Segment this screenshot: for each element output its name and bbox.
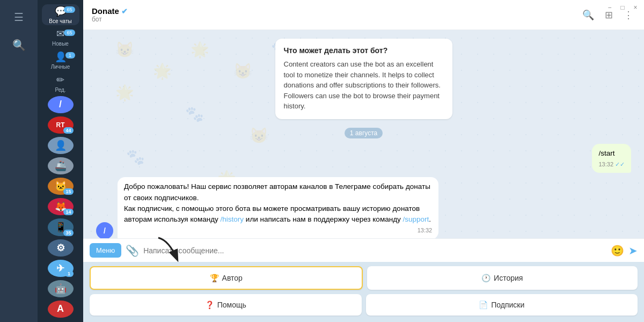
- send-button[interactable]: ➤: [628, 244, 638, 257]
- search-chat-button[interactable]: 🔍: [580, 7, 596, 23]
- keyboard-row-2: ❓ Помощь 📄 Подписки: [90, 294, 638, 316]
- personal-icon: 👤: [55, 51, 67, 63]
- img7-letter: 🤖: [55, 283, 67, 295]
- attach-button[interactable]: 📎: [126, 244, 139, 257]
- avatar-list: / RT 44 👤 🚢 🐱 15 🦊 14 📱 35: [38, 96, 83, 318]
- bot-info-text: Content creators can use the bot as an e…: [284, 59, 444, 112]
- rt-badge: 44: [63, 127, 73, 134]
- img6-letter: ⚙: [56, 242, 65, 254]
- chat-header-info: Donate ✔ бот: [92, 6, 580, 23]
- incoming-bubble: Добро пожаловать! Наш сервис позволяет а…: [118, 177, 438, 238]
- avatar-telegram[interactable]: ✈ 1: [48, 260, 74, 277]
- avatar-rt[interactable]: RT 44: [48, 116, 74, 134]
- avatar-img8[interactable]: A: [48, 301, 74, 318]
- personal-badge: 1: [65, 52, 75, 58]
- rt-letter: RT: [56, 121, 65, 129]
- all-chats-label: Все чаты: [49, 18, 71, 24]
- history-label: История: [494, 274, 523, 282]
- avatar-img7[interactable]: 🤖: [48, 280, 74, 297]
- donate-letter: /: [59, 99, 62, 110]
- help-label: Помощь: [217, 301, 246, 309]
- input-area: Меню 📎 🙂 ➤: [83, 238, 644, 262]
- edit-label: Ред.: [55, 87, 65, 93]
- sticker-button[interactable]: 🙂: [611, 244, 624, 257]
- telegram-letter: ✈: [56, 262, 64, 274]
- app-window: − □ × ☰ 🔍 65 💬 Все чаты 65 ✉ Новые 1 👤 Л…: [0, 0, 644, 322]
- avatar-img4[interactable]: 🦊 14: [48, 198, 74, 215]
- subscriptions-label: Подписки: [491, 301, 524, 309]
- new-badge: 65: [64, 30, 75, 36]
- chat-name: Donate ✔: [92, 6, 580, 16]
- new-icon: ✉: [56, 28, 64, 40]
- help-button[interactable]: ❓ Помощь: [90, 294, 362, 316]
- input-row: Меню 📎 🙂 ➤: [90, 243, 638, 258]
- history-icon: 🕐: [481, 274, 491, 282]
- date-separator: 1 августа: [96, 128, 631, 137]
- bot-avatar: /: [96, 222, 113, 238]
- bot-info-title: Что может делать этот бот?: [284, 46, 444, 55]
- hamburger-menu-button[interactable]: ☰: [6, 4, 32, 30]
- img5-badge: 35: [63, 230, 73, 236]
- incoming-message-row: / Добро пожаловать! Наш сервис позволяет…: [96, 177, 631, 238]
- filter-all-chats[interactable]: 65 💬 Все чаты: [42, 4, 79, 25]
- support-link[interactable]: /support: [403, 215, 429, 223]
- history-button[interactable]: 🕐 История: [367, 266, 638, 290]
- maximize-button[interactable]: □: [618, 3, 627, 12]
- outgoing-message-row: /start 13:32 ✓✓: [96, 144, 631, 173]
- outgoing-bubble: /start 13:32 ✓✓: [592, 144, 631, 173]
- read-checks: ✓✓: [615, 160, 625, 169]
- edit-icon: ✏: [56, 74, 64, 86]
- new-label: Новые: [52, 41, 69, 47]
- all-chats-badge: 65: [64, 6, 75, 13]
- avatar-img2[interactable]: 🚢: [48, 157, 74, 174]
- img8-letter: A: [57, 303, 64, 314]
- incoming-time: 13:32: [124, 226, 432, 235]
- sidebar-icons: ☰ 🔍: [0, 0, 38, 322]
- img2-letter: 🚢: [55, 160, 67, 172]
- avatar-img3[interactable]: 🐱 15: [48, 178, 74, 195]
- img3-badge: 15: [63, 188, 73, 195]
- author-icon: 🏆: [210, 274, 219, 282]
- avatar-img5[interactable]: 📱 35: [48, 218, 74, 236]
- chat-header: Donate ✔ бот 🔍 ⊞ ⋮: [83, 0, 644, 30]
- outgoing-time: 13:32 ✓✓: [598, 160, 625, 169]
- img1-letter: 👤: [55, 140, 67, 151]
- outgoing-text: /start: [598, 149, 614, 157]
- minimize-button[interactable]: −: [605, 3, 614, 12]
- chat-area: Donate ✔ бот 🔍 ⊞ ⋮ 😺 🌟 🐾 🌟 😺 🌟 🐾: [83, 0, 644, 322]
- filter-new[interactable]: 65 ✉ Новые: [42, 27, 79, 48]
- avatar-donate[interactable]: /: [48, 96, 74, 113]
- subscriptions-button[interactable]: 📄 Подписки: [366, 294, 638, 316]
- author-label: Автор: [222, 274, 243, 282]
- chat-name-text: Donate: [92, 6, 119, 16]
- telegram-badge: 1: [65, 270, 74, 277]
- avatar-img1[interactable]: 👤: [48, 137, 74, 154]
- keyboard-row-1: 🏆 Автор 🕐 История: [90, 266, 638, 290]
- help-icon: ❓: [205, 301, 214, 309]
- bot-info-bubble: Что может делать этот бот? Content creat…: [275, 39, 452, 119]
- avatar-img6[interactable]: ⚙: [48, 239, 74, 257]
- menu-button[interactable]: Меню: [90, 243, 121, 258]
- history-link[interactable]: /history: [221, 215, 244, 223]
- messages-area[interactable]: 😺 🌟 🐾 🌟 😺 🌟 🐾 😺 🐾 🌟 😺 🐾 Что может делать…: [83, 30, 644, 238]
- chat-list-panel: 65 💬 Все чаты 65 ✉ Новые 1 👤 Личные ✏ Ре…: [38, 0, 83, 322]
- close-button[interactable]: ×: [631, 3, 640, 12]
- message-input[interactable]: [143, 246, 606, 255]
- filter-personal[interactable]: 1 👤 Личные: [42, 50, 79, 71]
- date-separator-text: 1 августа: [345, 128, 383, 138]
- incoming-text: Добро пожаловать! Наш сервис позволяет а…: [124, 182, 431, 223]
- search-button[interactable]: 🔍: [6, 32, 32, 58]
- search-icon: 🔍: [12, 39, 26, 52]
- author-button[interactable]: 🏆 Автор: [90, 266, 363, 290]
- window-controls: − □ ×: [605, 0, 644, 15]
- incoming-time-text: 13:32: [418, 226, 433, 235]
- chat-subtitle: бот: [92, 16, 580, 23]
- subscriptions-icon: 📄: [479, 301, 488, 309]
- bot-keyboard: 🏆 Автор 🕐 История ❓ Помощь 📄 Подписки: [83, 262, 644, 322]
- filter-edit[interactable]: ✏ Ред.: [42, 73, 79, 94]
- img4-badge: 14: [63, 209, 73, 215]
- personal-label: Личные: [51, 64, 70, 70]
- outgoing-time-text: 13:32: [598, 160, 613, 169]
- verified-icon: ✔: [121, 7, 128, 16]
- menu-icon: ☰: [14, 11, 24, 24]
